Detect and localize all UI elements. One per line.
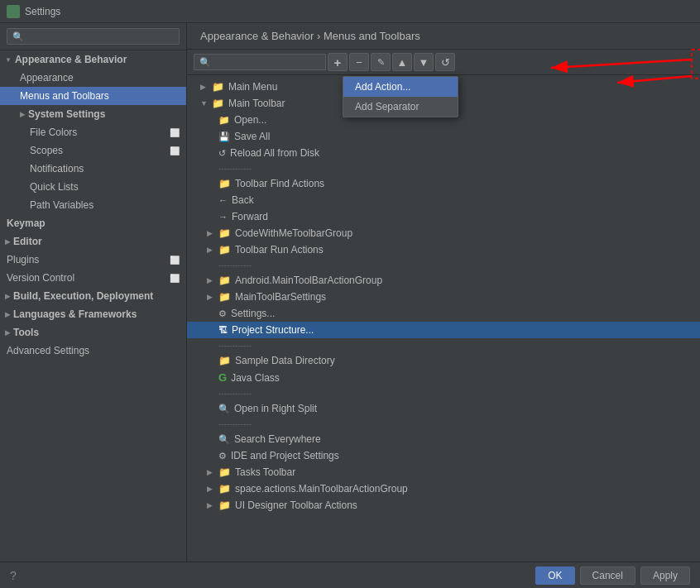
sidebar-label: Build, Execution, Deployment: [13, 290, 153, 302]
sidebar-label: Editor: [13, 236, 42, 247]
tree-item-sep3: ------------: [187, 338, 700, 352]
bottom-bar: ? OK Cancel Apply: [0, 562, 700, 588]
tree-item-space-actions[interactable]: ▶ 📁 space.actions.MainToolbarActionGroup: [187, 480, 700, 497]
tree-item-label: Settings...: [231, 308, 275, 319]
tree-item-android-toolbar[interactable]: ▶ 📁 Android.MainToolBarActionGroup: [187, 272, 700, 289]
tree-item-codewithme[interactable]: ▶ 📁 CodeWithMeToolbarGroup: [187, 225, 700, 241]
tree-item-label: Java Class: [231, 372, 280, 384]
tree-item-label: Project Structure...: [232, 324, 314, 336]
tree-item-java-class[interactable]: G Java Class: [187, 369, 700, 386]
content-toolbar: + − ✎ ▲ ▼ ↺ Add Action... Add Separator: [187, 50, 700, 75]
tree-item-sample-data[interactable]: 📁 Sample Data Directory: [187, 352, 700, 369]
help-icon[interactable]: ?: [10, 569, 17, 582]
sidebar-item-tools[interactable]: ▶ Tools: [0, 323, 186, 342]
content-area: Appearance & Behavior › Menus and Toolba…: [187, 23, 700, 562]
tree-item-ui-designer[interactable]: ▶ 📁 UI Designer Toolbar Actions: [187, 497, 700, 514]
apply-button[interactable]: Apply: [640, 566, 690, 585]
cancel-button[interactable]: Cancel: [580, 566, 635, 585]
tree-item-label: CodeWithMeToolbarGroup: [235, 227, 352, 239]
tree-item-label: Open...: [234, 114, 266, 126]
sidebar-item-editor[interactable]: Editor: [0, 232, 186, 251]
sidebar-item-advanced-settings[interactable]: Advanced Settings: [0, 342, 186, 360]
tree-item-label: Android.MainToolBarActionGroup: [235, 275, 382, 286]
move-up-button[interactable]: ▲: [392, 53, 412, 71]
tree-item-open-right[interactable]: 🔍 Open in Right Split: [187, 400, 700, 417]
tree-item-forward[interactable]: → Forward: [187, 208, 700, 225]
sidebar-search-input[interactable]: [7, 28, 180, 45]
tree-item-toolbar-find[interactable]: 📁 Toolbar Find Actions: [187, 175, 700, 192]
sidebar-label: Version Control: [7, 272, 74, 284]
sidebar-item-scopes[interactable]: Scopes ⬜: [0, 141, 186, 160]
tree-item-reload-disk[interactable]: ↺ Reload All from Disk: [187, 145, 700, 161]
tree-item-label: Main Menu: [228, 81, 277, 93]
tree-item-label: Forward: [232, 211, 268, 222]
dropdown-item-label: Add Separator: [355, 101, 419, 112]
breadcrumb-part2: Menus and Toolbars: [324, 30, 420, 42]
tree-item-back[interactable]: ← Back: [187, 192, 700, 208]
sidebar-item-file-colors[interactable]: File Colors ⬜: [0, 123, 186, 141]
sidebar-item-languages[interactable]: Languages & Frameworks: [0, 305, 186, 323]
tree-item-label: IDE and Project Settings: [231, 450, 339, 461]
reset-button[interactable]: ↺: [435, 53, 455, 71]
dropdown-item-label: Add Action...: [355, 81, 410, 93]
tree-container: ▶ 📁 Main Menu ▼ 📁 Main Toolbar 📁 Open...…: [187, 75, 700, 562]
sidebar-label: System Settings: [28, 108, 105, 120]
tree-item-label: ------------: [218, 261, 252, 270]
sidebar-label: Tools: [13, 327, 39, 338]
sidebar-item-version-control[interactable]: Version Control ⬜: [0, 269, 186, 287]
sidebar-item-appearance[interactable]: Appearance: [0, 69, 186, 87]
file-colors-indicator: ⬜: [170, 128, 180, 137]
sidebar-item-notifications[interactable]: Notifications: [0, 160, 186, 178]
sidebar-label: File Colors: [30, 127, 77, 138]
tree-item-tasks-toolbar[interactable]: ▶ 📁 Tasks Toolbar: [187, 464, 700, 480]
dropdown-item-add-action[interactable]: Add Action...: [343, 77, 458, 97]
remove-button[interactable]: −: [349, 53, 369, 71]
tree-item-label: Toolbar Run Actions: [235, 244, 324, 256]
sidebar-label: Appearance: [20, 72, 74, 84]
tree-item-toolbar-run[interactable]: ▶ 📁 Toolbar Run Actions: [187, 241, 700, 258]
app-icon: [7, 5, 20, 18]
tree-item-label: ------------: [218, 341, 252, 350]
tree-item-label: Tasks Toolbar: [235, 466, 295, 478]
tree-item-label: Search Everywhere: [234, 433, 321, 445]
sidebar-label: Appearance & Behavior: [15, 54, 127, 65]
tree-item-label: Reload All from Disk: [230, 147, 319, 159]
move-down-button[interactable]: ▼: [414, 53, 434, 71]
tree-item-label: Sample Data Directory: [235, 355, 335, 366]
tree-item-search-everywhere[interactable]: 🔍 Search Everywhere: [187, 431, 700, 447]
tree-item-project-structure[interactable]: 🏗 Project Structure...: [187, 322, 700, 338]
sidebar-item-build[interactable]: Build, Execution, Deployment: [0, 287, 186, 305]
tree-item-label: Save All: [234, 131, 270, 142]
tree-item-sep2: ------------: [187, 258, 700, 272]
dropdown-item-add-separator[interactable]: Add Separator: [343, 97, 458, 117]
svg-line-0: [551, 60, 692, 68]
sidebar-item-plugins[interactable]: Plugins ⬜: [0, 251, 186, 269]
tree-item-save-all[interactable]: 💾 Save All: [187, 128, 700, 145]
tree-item-label: space.actions.MainToolbarActionGroup: [235, 483, 408, 495]
ok-button[interactable]: OK: [535, 566, 574, 585]
tree-item-ide-settings[interactable]: ⚙ IDE and Project Settings: [187, 447, 700, 464]
tree-item-sep4: ------------: [187, 386, 700, 400]
dropdown-menu: Add Action... Add Separator: [343, 76, 458, 117]
tree-item-sep1: ------------: [187, 161, 700, 175]
sidebar-label: Languages & Frameworks: [13, 308, 137, 320]
sidebar-item-quick-lists[interactable]: Quick Lists: [0, 178, 186, 196]
sidebar-item-menus-toolbars[interactable]: Menus and Toolbars: [0, 87, 186, 105]
scopes-indicator: ⬜: [170, 146, 180, 155]
sidebar-item-path-variables[interactable]: Path Variables: [0, 196, 186, 214]
sidebar-label: Path Variables: [30, 199, 93, 211]
sidebar-label: Menus and Toolbars: [20, 90, 109, 102]
vc-indicator: ⬜: [170, 274, 180, 283]
edit-button[interactable]: ✎: [371, 53, 391, 71]
tree-item-label: Main Toolbar: [228, 98, 285, 109]
tree-item-settings[interactable]: ⚙ Settings...: [187, 305, 700, 322]
tree-item-main-toolbar-settings[interactable]: ▶ 📁 MainToolBarSettings: [187, 289, 700, 305]
sidebar-item-system-settings[interactable]: ▶ System Settings: [0, 105, 186, 123]
sidebar-item-appearance-behavior[interactable]: Appearance & Behavior: [0, 50, 186, 69]
tree-item-label: Back: [232, 194, 254, 206]
tree-search-input[interactable]: [194, 54, 326, 70]
add-button[interactable]: +: [328, 53, 348, 71]
sidebar-label: Quick Lists: [30, 181, 79, 193]
sidebar: Appearance & Behavior Appearance Menus a…: [0, 23, 187, 562]
sidebar-item-keymap[interactable]: Keymap: [0, 214, 186, 232]
